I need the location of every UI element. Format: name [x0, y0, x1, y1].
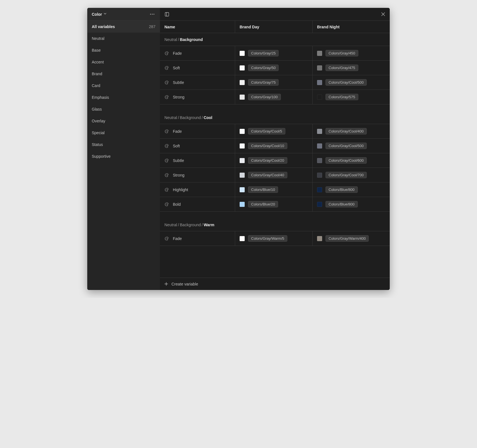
- variable-value-cell[interactable]: Colors/Blue/800: [313, 182, 390, 197]
- section-header[interactable]: Neutral / Background / Warm: [160, 218, 390, 231]
- alias-pill: Colors/Gray/575: [325, 94, 358, 100]
- svg-point-18: [166, 131, 166, 131]
- sidebar-item-glass[interactable]: Glass: [87, 103, 160, 115]
- variable-name-cell[interactable]: Strong: [160, 168, 235, 182]
- variable-name: Highlight: [173, 188, 188, 192]
- variable-value-cell[interactable]: Colors/Gray/50: [235, 61, 313, 75]
- variable-value-cell[interactable]: Colors/Gray/75: [235, 75, 313, 90]
- variable-value-cell[interactable]: Colors/Gray/475: [313, 61, 390, 75]
- collection-label: Color: [92, 12, 102, 17]
- sidebar-item-special[interactable]: Special: [87, 127, 160, 139]
- sidebar-item-label: Brand: [92, 72, 102, 76]
- color-swatch: [240, 95, 245, 100]
- variable-name-cell[interactable]: Bold: [160, 197, 235, 211]
- svg-point-32: [167, 174, 168, 175]
- panel-layout-icon[interactable]: [164, 12, 169, 17]
- variable-name-cell[interactable]: Strong: [160, 90, 235, 104]
- variable-value-cell[interactable]: Colors/Blue/800: [313, 197, 390, 211]
- svg-point-25: [166, 146, 166, 147]
- svg-point-29: [166, 161, 166, 161]
- variable-value-cell[interactable]: Colors/Gray/Cool/10: [235, 139, 313, 153]
- variable-value-cell[interactable]: Colors/Gray/Cool/20: [235, 153, 313, 168]
- column-header-name[interactable]: Name: [160, 21, 235, 33]
- sidebar-item-status[interactable]: Status: [87, 139, 160, 150]
- variable-value-cell[interactable]: Colors/Gray/Warm/400: [313, 231, 390, 246]
- variable-value-cell[interactable]: Colors/Gray/Cool/500: [313, 75, 390, 90]
- svg-rect-0: [165, 12, 169, 16]
- main-header: [160, 8, 390, 21]
- variable-name: Subtle: [173, 80, 184, 85]
- alias-pill: Colors/Gray/Cool/5: [248, 128, 285, 134]
- breadcrumb-separator: /: [177, 37, 180, 42]
- variable-value-cell[interactable]: Colors/Gray/575: [313, 90, 390, 104]
- column-header-mode-1[interactable]: Brand Night: [313, 21, 390, 33]
- color-swatch: [240, 202, 245, 207]
- variable-value-cell[interactable]: Colors/Gray/100: [235, 90, 313, 104]
- svg-point-33: [166, 175, 166, 176]
- svg-point-21: [166, 131, 166, 132]
- sidebar-item-emphasis[interactable]: Emphasis: [87, 92, 160, 103]
- variable-name-cell[interactable]: Soft: [160, 139, 235, 153]
- variable-name-cell[interactable]: Fade: [160, 124, 235, 138]
- more-options-icon[interactable]: [148, 12, 156, 16]
- variable-value-cell[interactable]: Colors/Gray/450: [313, 46, 390, 60]
- column-mode-1-label: Brand Night: [317, 25, 340, 29]
- color-swatch: [317, 65, 322, 70]
- alias-pill: Colors/Gray/100: [248, 94, 281, 100]
- variable-name-cell[interactable]: Subtle: [160, 153, 235, 168]
- svg-point-40: [167, 204, 168, 204]
- variable-value-cell[interactable]: Colors/Gray/Cool/500: [313, 139, 390, 153]
- palette-icon: [164, 51, 169, 56]
- variable-value-cell[interactable]: Colors/Gray/Warm/5: [235, 231, 313, 246]
- svg-point-38: [166, 204, 166, 204]
- color-swatch: [240, 236, 245, 241]
- variable-value-cell[interactable]: Colors/Gray/Cool/700: [313, 168, 390, 182]
- color-swatch: [240, 129, 245, 134]
- sidebar-item-neutral[interactable]: Neutral: [87, 33, 160, 44]
- variable-name-cell[interactable]: Soft: [160, 61, 235, 75]
- breadcrumb-segment: Background: [180, 37, 203, 42]
- svg-point-9: [166, 68, 166, 68]
- color-swatch: [317, 51, 322, 56]
- column-header-mode-0[interactable]: Brand Day: [235, 21, 313, 33]
- sidebar-item-brand[interactable]: Brand: [87, 68, 160, 80]
- create-variable-button[interactable]: Create variable: [160, 278, 390, 290]
- alias-pill: Colors/Gray/50: [248, 65, 279, 71]
- sidebar-item-overlay[interactable]: Overlay: [87, 115, 160, 127]
- sidebar-item-all-variables[interactable]: All variables 287: [87, 21, 160, 33]
- sidebar-item-supportive[interactable]: Supportive: [87, 150, 160, 162]
- color-swatch: [317, 95, 322, 100]
- breadcrumb-separator: /: [177, 115, 180, 120]
- variable-value-cell[interactable]: Colors/Gray/Cool/40: [235, 168, 313, 182]
- color-swatch: [317, 129, 322, 134]
- section-header[interactable]: Neutral / Background / Cool: [160, 111, 390, 124]
- variable-name-cell[interactable]: Highlight: [160, 182, 235, 197]
- sidebar-item-label: Glass: [92, 107, 102, 111]
- collection-dropdown[interactable]: Color: [92, 12, 106, 17]
- variable-value-cell[interactable]: Colors/Blue/10: [235, 182, 313, 197]
- sidebar-item-card[interactable]: Card: [87, 80, 160, 92]
- sidebar-groups: All variables 287 NeutralBaseAccentBrand…: [87, 21, 160, 162]
- variable-value-cell[interactable]: Colors/Gray/Cool/600: [313, 153, 390, 168]
- variable-value-cell[interactable]: Colors/Blue/20: [235, 197, 313, 211]
- variable-name-cell[interactable]: Subtle: [160, 75, 235, 90]
- variable-name-cell[interactable]: Fade: [160, 46, 235, 60]
- variable-value-cell[interactable]: Colors/Gray/Cool/400: [313, 124, 390, 138]
- sidebar-item-accent[interactable]: Accent: [87, 56, 160, 68]
- table-row: StrongColors/Gray/Cool/40Colors/Gray/Coo…: [160, 168, 390, 182]
- variable-value-cell[interactable]: Colors/Gray/Cool/5: [235, 124, 313, 138]
- alias-pill: Colors/Gray/Cool/600: [325, 157, 367, 164]
- sidebar-item-label: Special: [92, 131, 105, 135]
- section-header[interactable]: Neutral / Background: [160, 33, 390, 46]
- variable-value-cell[interactable]: Colors/Gray/25: [235, 46, 313, 60]
- variable-name-cell[interactable]: Fade: [160, 231, 235, 246]
- column-name-label: Name: [164, 25, 175, 29]
- color-swatch: [317, 236, 322, 241]
- alias-pill: Colors/Gray/450: [325, 50, 358, 56]
- svg-point-17: [166, 97, 166, 98]
- close-icon[interactable]: [381, 12, 385, 16]
- table-row: SoftColors/Gray/Cool/10Colors/Gray/Cool/…: [160, 139, 390, 153]
- alias-pill: Colors/Gray/75: [248, 79, 279, 86]
- sidebar-item-base[interactable]: Base: [87, 44, 160, 56]
- color-swatch: [317, 187, 322, 192]
